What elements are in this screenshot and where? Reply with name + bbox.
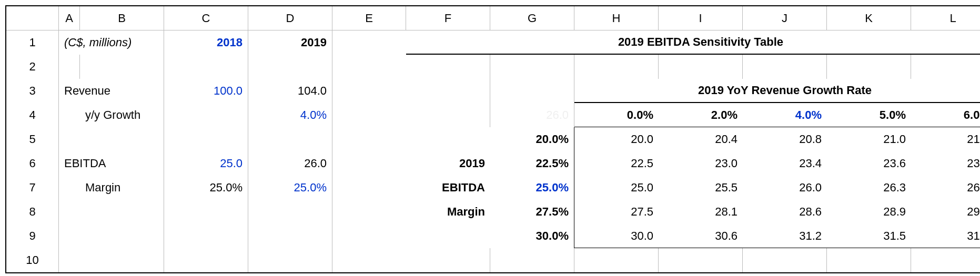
cell-E3[interactable] xyxy=(332,79,406,103)
cell-K5[interactable]: 21.0 xyxy=(827,127,911,151)
cell-A10[interactable] xyxy=(59,248,80,272)
cell-A2[interactable] xyxy=(59,55,80,79)
cell-K8[interactable]: 28.9 xyxy=(827,200,911,224)
cell-C9[interactable] xyxy=(164,224,248,248)
cell-F8[interactable]: Margin xyxy=(406,200,490,224)
cell-B5[interactable] xyxy=(80,127,164,151)
cell-I9[interactable]: 30.6 xyxy=(659,224,743,248)
cell-G10[interactable] xyxy=(490,248,574,272)
cell-D9[interactable] xyxy=(248,224,332,248)
cell-E7[interactable] xyxy=(332,176,406,200)
col-header-L[interactable]: L xyxy=(911,6,980,30)
cell-B4[interactable]: y/y Growth xyxy=(80,103,164,127)
cell-D1[interactable]: 2019 xyxy=(248,30,332,55)
cell-C3[interactable]: 100.0 xyxy=(164,79,248,103)
cell-F7[interactable]: EBITDA xyxy=(406,176,490,200)
cell-E4[interactable] xyxy=(332,103,406,127)
row-header-3[interactable]: 3 xyxy=(6,79,59,103)
cell-L7[interactable]: 26.5 xyxy=(911,176,980,200)
row-header-9[interactable]: 9 xyxy=(6,224,59,248)
cell-G9[interactable]: 30.0% xyxy=(490,224,574,248)
cell-J5[interactable]: 20.8 xyxy=(743,127,827,151)
cell-F9[interactable] xyxy=(406,224,490,248)
cell-C7[interactable]: 25.0% xyxy=(164,176,248,200)
cell-A7[interactable] xyxy=(59,176,80,200)
cell-L8[interactable]: 29.2 xyxy=(911,200,980,224)
cell-H5[interactable]: 20.0 xyxy=(574,127,659,151)
cell-I6[interactable]: 23.0 xyxy=(659,151,743,176)
col-header-E[interactable]: E xyxy=(332,6,406,30)
cell-K6[interactable]: 23.6 xyxy=(827,151,911,176)
cell-E9[interactable] xyxy=(332,224,406,248)
row-header-10[interactable]: 10 xyxy=(6,248,59,272)
cell-J9[interactable]: 31.2 xyxy=(743,224,827,248)
cell-E5[interactable] xyxy=(332,127,406,151)
cell-G4[interactable]: 26.0 xyxy=(490,103,574,127)
cell-K7[interactable]: 26.3 xyxy=(827,176,911,200)
cell-L6[interactable]: 23.9 xyxy=(911,151,980,176)
col-header-J[interactable]: J xyxy=(743,6,827,30)
col-header-K[interactable]: K xyxy=(827,6,911,30)
cell-H4[interactable]: 0.0% xyxy=(574,103,659,127)
cell-B8[interactable] xyxy=(80,200,164,224)
cell-L5[interactable]: 21.2 xyxy=(911,127,980,151)
cell-E10[interactable] xyxy=(332,248,406,272)
col-header-A[interactable]: A xyxy=(59,6,80,30)
cell-D6[interactable]: 26.0 xyxy=(248,151,332,176)
cell-C5[interactable] xyxy=(164,127,248,151)
cell-H9[interactable]: 30.0 xyxy=(574,224,659,248)
cell-F6[interactable]: 2019 xyxy=(406,151,490,176)
cell-K4[interactable]: 5.0% xyxy=(827,103,911,127)
cell-C4[interactable] xyxy=(164,103,248,127)
cell-J10[interactable] xyxy=(743,248,827,272)
cell-J6[interactable]: 23.4 xyxy=(743,151,827,176)
cell-A3[interactable]: Revenue xyxy=(59,79,164,103)
cell-E2[interactable] xyxy=(332,55,406,79)
cell-E8[interactable] xyxy=(332,200,406,224)
cell-A1[interactable]: (C$, millions) xyxy=(59,30,164,55)
cell-D4[interactable]: 4.0% xyxy=(248,103,332,127)
col-header-F[interactable]: F xyxy=(406,6,490,30)
cell-C10[interactable] xyxy=(164,248,248,272)
col-header-D[interactable]: D xyxy=(248,6,332,30)
col-header-I[interactable]: I xyxy=(659,6,743,30)
cell-L2[interactable] xyxy=(911,55,980,79)
cell-I10[interactable] xyxy=(659,248,743,272)
cell-A9[interactable] xyxy=(59,224,80,248)
cell-I8[interactable]: 28.1 xyxy=(659,200,743,224)
cell-K10[interactable] xyxy=(827,248,911,272)
col-header-B[interactable]: B xyxy=(80,6,164,30)
cell-A8[interactable] xyxy=(59,200,80,224)
cell-I5[interactable]: 20.4 xyxy=(659,127,743,151)
cell-F10[interactable] xyxy=(406,248,490,272)
cell-J4[interactable]: 4.0% xyxy=(743,103,827,127)
cell-C2[interactable] xyxy=(164,55,248,79)
cell-B7[interactable]: Margin xyxy=(80,176,164,200)
cell-B9[interactable] xyxy=(80,224,164,248)
cell-I2[interactable] xyxy=(659,55,743,79)
cell-G3[interactable] xyxy=(490,79,574,103)
cell-E6[interactable] xyxy=(332,151,406,176)
cell-B10[interactable] xyxy=(80,248,164,272)
row-header-5[interactable]: 5 xyxy=(6,127,59,151)
cell-G8[interactable]: 27.5% xyxy=(490,200,574,224)
cell-H6[interactable]: 22.5 xyxy=(574,151,659,176)
cell-J8[interactable]: 28.6 xyxy=(743,200,827,224)
cell-D8[interactable] xyxy=(248,200,332,224)
cell-F3[interactable] xyxy=(406,79,490,103)
row-header-2[interactable]: 2 xyxy=(6,55,59,79)
cell-A4[interactable] xyxy=(59,103,80,127)
cell-G6[interactable]: 22.5% xyxy=(490,151,574,176)
cell-J7[interactable]: 26.0 xyxy=(743,176,827,200)
cell-D10[interactable] xyxy=(248,248,332,272)
cell-C8[interactable] xyxy=(164,200,248,224)
cell-F4[interactable] xyxy=(406,103,490,127)
cell-I4[interactable]: 2.0% xyxy=(659,103,743,127)
col-header-H[interactable]: H xyxy=(574,6,659,30)
cell-D2[interactable] xyxy=(248,55,332,79)
cell-K9[interactable]: 31.5 xyxy=(827,224,911,248)
col-header-G[interactable]: G xyxy=(490,6,574,30)
cell-A5[interactable] xyxy=(59,127,80,151)
row-header-8[interactable]: 8 xyxy=(6,200,59,224)
row-header-1[interactable]: 1 xyxy=(6,30,59,55)
